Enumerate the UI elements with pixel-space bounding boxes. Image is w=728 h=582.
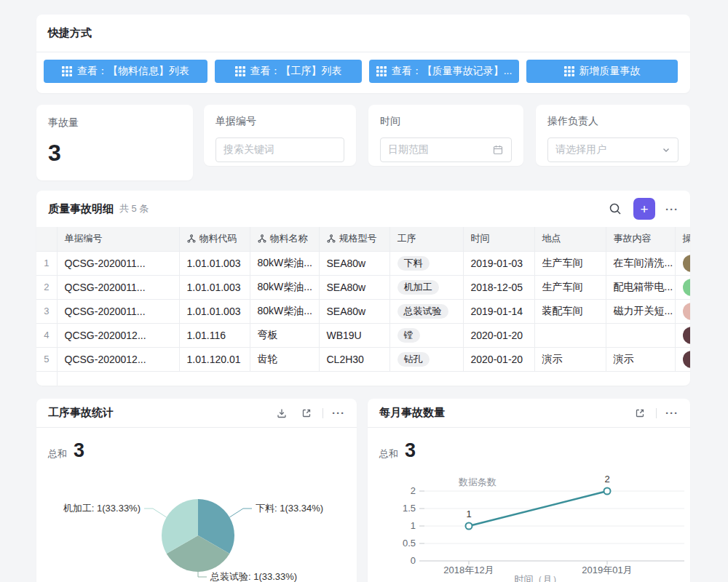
x-axis-title: 时间（月） <box>515 574 562 582</box>
grid-icon <box>235 66 245 76</box>
process-pie-chart: 下料: 1(33.34%) 机加工: 1(33.33%) 总装试验: 1(33.… <box>36 462 357 582</box>
download-icon[interactable] <box>273 404 290 422</box>
date-range-placeholder: 日期范围 <box>388 143 492 156</box>
cell-operator <box>675 299 690 323</box>
incident-table: 单据编号物料代码物料名称规格型号工序时间地点事故内容操作负责人 1QCSG-20… <box>36 227 690 386</box>
shortcut-button-label: 新增质量事故 <box>579 65 641 78</box>
process-tag: 镗 <box>397 328 420 343</box>
relation-icon <box>258 234 266 243</box>
column-header-label: 单据编号 <box>65 232 103 245</box>
row-number: 5 <box>36 347 57 371</box>
pie-more-menu[interactable]: ··· <box>332 407 345 419</box>
column-header: 时间 <box>463 227 534 251</box>
row-number: 4 <box>36 323 57 347</box>
cell-place <box>534 323 606 347</box>
monthly-count-card: 每月事故数量 ··· 总和 3 数据条数 <box>368 399 690 582</box>
point-label: 2 <box>604 474 609 485</box>
table-row[interactable]: 5QCSG-2020012...1.01.120.01齿轮CL2H30钻孔202… <box>36 347 690 371</box>
line-card-title: 每月事故数量 <box>379 406 631 420</box>
column-header: 规格型号 <box>319 227 389 251</box>
column-header-label: 工序 <box>397 232 416 245</box>
cell-material-code: 1.01.01.003 <box>179 251 250 275</box>
grid-icon <box>376 66 387 76</box>
date-range-input[interactable]: 日期范围 <box>380 137 512 162</box>
cell-material-name: 80kW柴油... <box>250 251 319 275</box>
cell-date: 2019-01-03 <box>463 251 534 275</box>
shortcuts-card: 快捷方式 查看：【物料信息】列表查看：【工序】列表查看：【质量事故记录】...新… <box>36 15 690 93</box>
pie-label-zongzhuang: 总装试验: 1(33.33%) <box>210 571 297 582</box>
relation-icon <box>187 234 196 243</box>
cell-date: 2019-01-14 <box>463 299 534 323</box>
column-header: 物料名称 <box>250 227 319 251</box>
point-label: 1 <box>466 509 471 519</box>
line-total-value: 3 <box>405 439 416 462</box>
user-select[interactable]: 请选择用户 <box>547 137 678 162</box>
table-header-row: 单据编号物料代码物料名称规格型号工序时间地点事故内容操作负责人 <box>36 227 690 251</box>
shortcut-buttons: 查看：【物料信息】列表查看：【工序】列表查看：【质量事故记录】...新增质量事故 <box>36 52 690 83</box>
avatar <box>683 327 691 344</box>
cell-spec-model: SEA80w <box>319 251 389 275</box>
cell-material-code: 1.01.116 <box>179 323 250 347</box>
relation-icon <box>327 234 336 243</box>
expand-icon[interactable] <box>631 404 649 422</box>
table-row[interactable]: 3QCSG-2020011...1.01.01.00380kW柴油...SEA8… <box>36 299 690 323</box>
expand-icon[interactable] <box>298 404 315 422</box>
search-icon[interactable] <box>606 199 625 218</box>
column-header-label: 时间 <box>471 232 490 245</box>
cell-place: 演示 <box>534 347 606 371</box>
cell-process: 总装试验 <box>389 299 463 323</box>
cell-spec-model: SEA80w <box>319 275 389 299</box>
add-record-button[interactable]: + <box>633 198 655 220</box>
incident-count-value: 3 <box>48 140 181 167</box>
time-label: 时间 <box>380 115 512 128</box>
cell-material-name: 弯板 <box>250 323 319 347</box>
data-point <box>604 488 611 495</box>
operator-filter-card: 操作负责人 请选择用户 <box>536 105 690 166</box>
column-header-label: 地点 <box>542 232 561 245</box>
process-tag: 下料 <box>397 256 430 271</box>
shortcut-button-label: 查看：【质量事故记录】... <box>392 65 513 78</box>
shortcut-button[interactable]: 查看：【工序】列表 <box>215 60 362 83</box>
cell-operator <box>675 323 690 347</box>
cell-spec-model: CL2H30 <box>319 347 389 371</box>
table-row[interactable]: 1QCSG-2020011...1.01.01.00380kW柴油...SEA8… <box>36 251 690 275</box>
column-header: 工序 <box>389 227 463 251</box>
shortcut-button[interactable]: 查看：【质量事故记录】... <box>369 60 519 83</box>
incident-count-label: 事故量 <box>48 116 181 129</box>
monthly-line-chart: 数据条数 2 1.5 1 0.5 0 1 2 <box>368 463 690 582</box>
column-header-label: 物料代码 <box>199 232 237 245</box>
cell-content: 演示 <box>606 347 675 371</box>
line-more-menu[interactable]: ··· <box>665 407 678 419</box>
x-tick: 2018年12月 <box>443 565 494 575</box>
y-tick: 1.5 <box>403 503 416 514</box>
table-row[interactable]: 2QCSG-2020011...1.01.01.00380kW柴油...SEA8… <box>36 275 690 299</box>
doc-number-filter-card: 单据编号 搜索关键词 <box>204 105 356 166</box>
shortcut-button[interactable]: 查看：【物料信息】列表 <box>44 60 207 83</box>
doc-number-label: 单据编号 <box>215 115 344 128</box>
row-number: 1 <box>36 251 57 275</box>
y-axis-title: 数据条数 <box>458 477 496 487</box>
chevron-down-icon <box>662 146 670 154</box>
cell-material-name: 80kW柴油... <box>250 299 319 323</box>
shortcut-button[interactable]: 新增质量事故 <box>526 60 678 83</box>
y-tick: 2 <box>411 485 416 496</box>
column-header: 事故内容 <box>606 227 675 251</box>
cell-material-name: 齿轮 <box>250 347 319 371</box>
cell-process: 下料 <box>389 251 463 275</box>
row-number: 2 <box>36 275 57 299</box>
column-header-label: 操作负责人 <box>683 232 691 245</box>
table-more-menu[interactable]: ··· <box>665 203 678 215</box>
cell-doc-number: QCSG-2020011... <box>57 251 179 275</box>
y-tick: 0 <box>411 555 416 566</box>
cell-place: 生产车间 <box>534 251 606 275</box>
y-tick: 0.5 <box>403 538 416 549</box>
cell-process: 镗 <box>389 323 463 347</box>
cell-process: 钻孔 <box>389 347 463 371</box>
user-select-placeholder: 请选择用户 <box>555 143 662 156</box>
cell-operator <box>675 275 690 299</box>
doc-number-search-input[interactable]: 搜索关键词 <box>215 137 344 162</box>
avatar <box>683 351 691 368</box>
process-tag: 机加工 <box>397 280 439 295</box>
table-row[interactable]: 4QCSG-2020012...1.01.116弯板WB19U镗2020-01-… <box>36 323 690 347</box>
table-title: 质量事故明细 <box>48 202 114 216</box>
